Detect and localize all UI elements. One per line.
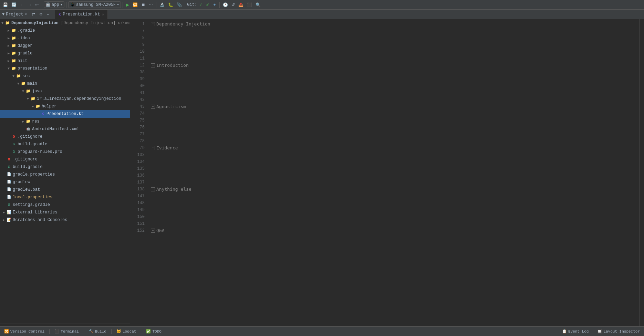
terminal-item[interactable]: ⬛ Terminal	[52, 328, 81, 334]
code-line-38	[147, 69, 639, 76]
code-line-78	[147, 138, 639, 145]
status-bar: 🔀 Version Control ⬛ Terminal 🔨 Build 🐱 L…	[0, 326, 644, 336]
tree-label-build-gradle-2: build.gradle	[13, 165, 42, 169]
tree-item-gradle-folder[interactable]: ▶ 📁 gradle	[0, 50, 130, 57]
tree-item-local-properties[interactable]: 📄 local.properties	[0, 193, 130, 201]
tree-item-res[interactable]: ▶ 📁 res	[0, 118, 130, 125]
tree-item-build-gradle-2[interactable]: G build.gradle	[0, 163, 130, 171]
back-button[interactable]: ←	[19, 2, 25, 8]
git-branch-button[interactable]: ✦	[211, 2, 218, 8]
terminal-button[interactable]: ⬛	[246, 2, 253, 8]
tree-item-root[interactable]: ▼ 📁 DependencyInjection [Dependency Inje…	[0, 19, 130, 27]
tree-item-androidmanifest[interactable]: 🤖 AndroidManifest.xml	[0, 125, 130, 133]
tree-item-presentation[interactable]: ▼ 📁 presentation	[0, 65, 130, 72]
tree-label-hilt: hilt	[18, 59, 28, 63]
tree-item-gradlew-bat[interactable]: 📄 gradlew.bat	[0, 186, 130, 193]
tree-label-res: res	[32, 119, 40, 124]
project-bar: ▼ Project ▾ ⇄ ⚙ − K Presentation.kt ✕	[0, 10, 644, 19]
project-close-icon[interactable]: −	[45, 12, 50, 17]
tree-item-gradlew[interactable]: 📄 gradlew	[0, 178, 130, 186]
tab-close-icon[interactable]: ✕	[102, 12, 104, 17]
layout-inspector-item[interactable]: 🔲 Layout Inspector	[595, 328, 642, 334]
fold-icon-152[interactable]: −	[151, 229, 155, 233]
tree-item-gitignore-root[interactable]: G .gitignore	[0, 133, 130, 140]
push-button[interactable]: 📤	[237, 2, 245, 8]
tree-item-java[interactable]: ▼ 📁 java	[0, 87, 130, 95]
tree-item-package[interactable]: ▼ 📁 ir.alirezaiyan.dependencyinjection	[0, 95, 130, 103]
tab-presentation-kt[interactable]: K Presentation.kt ✕	[55, 10, 108, 19]
git-check-button[interactable]: ✓	[198, 2, 204, 8]
tree-item-gradle-hidden[interactable]: ▶ 📁 .gradle	[0, 27, 130, 34]
folder-icon-presentation: 📁	[11, 66, 17, 71]
git-tick-button[interactable]: ✔	[205, 2, 211, 8]
tree-item-dagger[interactable]: ▶ 📁 dagger	[0, 42, 130, 50]
tree-item-presentation-kt[interactable]: K Presentation.kt	[0, 110, 130, 118]
tree-label-external-libs: External Libraries	[13, 210, 58, 215]
code-content[interactable]: − Dependency Injection − Introduction	[147, 19, 639, 326]
code-header-anything-else: Anything else	[156, 186, 191, 193]
tree-item-gitignore-2[interactable]: G .gitignore	[0, 156, 130, 163]
profile-button[interactable]: 🔬	[158, 2, 166, 8]
clock-button[interactable]: 🕐	[221, 2, 229, 8]
event-log-item[interactable]: 📋 Event Log	[560, 328, 591, 334]
terminal-icon: ⬛	[54, 329, 59, 334]
undo-button[interactable]: ↩	[34, 2, 40, 8]
project-label[interactable]: ▼ Project ▾	[2, 12, 27, 17]
logcat-item[interactable]: 🐱 Logcat	[114, 328, 138, 334]
version-control-item[interactable]: 🔀 Version Control	[2, 328, 46, 334]
debug-button[interactable]: 🐛	[167, 2, 175, 8]
tree-item-settings-gradle[interactable]: G settings.gradle	[0, 201, 130, 209]
fold-icon-12[interactable]: −	[151, 63, 155, 67]
tree-item-external-libs[interactable]: ▶ 📊 External Libraries	[0, 209, 130, 216]
tree-item-main[interactable]: ▼ 📁 main	[0, 80, 130, 87]
tree-arrow-presentation: ▼	[6, 67, 11, 71]
code-header-qa: Q&A	[156, 227, 164, 234]
code-line-40	[147, 83, 639, 90]
device-dropdown-arrow-icon: ▾	[117, 2, 119, 7]
project-settings-icon[interactable]: ⚙	[38, 11, 44, 17]
app-label: app	[52, 2, 59, 7]
attach-button[interactable]: 📎	[175, 2, 183, 8]
fold-icon-138[interactable]: −	[151, 187, 155, 191]
sidebar-horizontal-scrollbar[interactable]	[0, 324, 130, 326]
tree-label-idea: .idea	[18, 36, 30, 41]
tree-item-build-gradle[interactable]: G build.gradle	[0, 140, 130, 148]
tree-item-src[interactable]: ▼ 📁 src	[0, 72, 130, 80]
forward-button[interactable]: →	[26, 2, 33, 8]
code-line-43: − Agnosticism	[147, 103, 639, 110]
separator-2	[66, 2, 66, 8]
right-gutter	[639, 19, 644, 326]
tree-item-hilt[interactable]: ▶ 📁 hilt	[0, 57, 130, 65]
reload-button[interactable]: 🔁	[131, 2, 139, 8]
tree-item-scratches[interactable]: ▶ 📝 Scratches and Consoles	[0, 216, 130, 224]
run-button[interactable]: ▶	[125, 2, 131, 8]
project-sync-icon[interactable]: ⇄	[31, 11, 37, 17]
editor-main: 1 7 8 9 10 11 12 38 39 40 41 42 43 74 75…	[130, 19, 639, 326]
device-dropdown[interactable]: 📱 samsung SM-A205F ▾	[68, 1, 121, 8]
fold-icon-43[interactable]: −	[151, 105, 155, 109]
todo-item[interactable]: ✅ TODO	[144, 328, 163, 334]
tree-label-proguard: proguard-rules.pro	[18, 149, 62, 154]
git-icon-gitignore-2: G	[6, 157, 12, 162]
sync-button[interactable]: 🔄	[10, 2, 18, 8]
stop-button[interactable]: ⏹	[140, 2, 147, 8]
gradle-icon-build: G	[11, 141, 17, 147]
project-collapse-icon: ▼	[2, 12, 4, 17]
more-button[interactable]: ⋯	[147, 2, 154, 8]
tree-item-idea[interactable]: ▶ 📁 .idea	[0, 34, 130, 42]
tree-item-gradle-properties[interactable]: 📄 gradle.properties	[0, 171, 130, 178]
fold-icon-79[interactable]: −	[151, 146, 155, 150]
project-tree: ▼ 📁 DependencyInjection [Dependency Inje…	[0, 19, 130, 324]
save-button[interactable]: 💾	[1, 2, 9, 8]
fold-icon-1[interactable]: −	[151, 22, 155, 26]
rollback-button[interactable]: ↺	[230, 2, 236, 8]
tree-item-helper[interactable]: ▶ 📁 helper	[0, 103, 130, 110]
search-button[interactable]: 🔍	[254, 2, 262, 8]
app-dropdown[interactable]: 🤖 app ▾	[44, 1, 64, 8]
build-item[interactable]: 🔨 Build	[87, 328, 108, 334]
project-text: Project	[6, 12, 23, 17]
code-header-introduction: Introduction	[156, 62, 189, 69]
folder-icon-dagger: 📁	[11, 43, 17, 49]
tree-item-proguard[interactable]: G proguard-rules.pro	[0, 148, 130, 156]
tree-label-gradle-properties: gradle.properties	[13, 172, 55, 177]
